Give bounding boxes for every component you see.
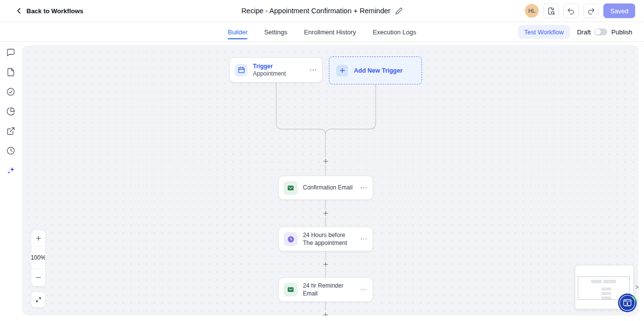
step-more-options-icon[interactable] — [361, 287, 367, 293]
fit-to-screen-button[interactable] — [31, 292, 46, 308]
add-step-button[interactable] — [322, 157, 329, 165]
close-icon — [635, 284, 639, 290]
workflow-canvas[interactable]: Trigger Appointment Add New Trigger Conf… — [22, 45, 639, 316]
step-title: Confirmation Email — [303, 184, 352, 191]
external-link-icon[interactable] — [6, 126, 16, 136]
plus-icon — [336, 65, 348, 77]
add-new-trigger-button[interactable]: Add New Trigger — [329, 56, 422, 84]
step-title: 24 hr Reminder Email — [303, 282, 355, 297]
email-icon — [284, 283, 297, 296]
launchpad-widget-button[interactable] — [618, 293, 637, 313]
history-icon[interactable] — [6, 146, 16, 156]
trigger-label: Trigger — [253, 63, 286, 70]
email-icon — [284, 181, 297, 195]
publish-toggle[interactable] — [594, 28, 607, 35]
trigger-name: Appointment — [253, 70, 286, 77]
trigger-more-options-icon[interactable] — [310, 67, 317, 73]
add-step-button[interactable] — [322, 311, 329, 316]
trigger-node[interactable]: Trigger Appointment — [229, 57, 322, 82]
add-step-button[interactable] — [322, 209, 329, 217]
step-node-confirmation-email[interactable]: Confirmation Email — [278, 176, 373, 200]
workflow-versions-button[interactable] — [543, 3, 559, 18]
add-step-button[interactable] — [322, 260, 329, 268]
step-title: 24 Hours before The appointment — [303, 231, 355, 247]
left-icon-rail — [0, 42, 22, 321]
add-new-trigger-label: Add New Trigger — [354, 67, 402, 74]
zoom-controls: 100% — [31, 230, 46, 287]
zoom-in-button[interactable] — [31, 230, 45, 246]
back-label: Back to Workflows — [26, 7, 83, 15]
back-to-workflows-button[interactable]: Back to Workflows — [16, 7, 83, 15]
tab-enrollment-history[interactable]: Enrollment History — [304, 22, 356, 42]
undo-icon — [567, 7, 575, 15]
minus-icon — [35, 274, 42, 281]
chevron-left-icon — [16, 7, 23, 14]
minimap-close-button[interactable] — [634, 284, 639, 291]
tab-execution-logs[interactable]: Execution Logs — [372, 22, 416, 42]
expand-icon — [35, 296, 42, 303]
pie-chart-icon[interactable] — [6, 107, 16, 116]
publish-label: Publish — [611, 28, 632, 36]
test-workflow-button[interactable]: Test Workflow — [518, 25, 570, 39]
tab-settings[interactable]: Settings — [264, 22, 287, 42]
draft-label: Draft — [577, 28, 591, 36]
edit-pencil-icon[interactable] — [396, 7, 403, 15]
tab-builder[interactable]: Builder — [228, 22, 248, 42]
redo-button[interactable] — [583, 3, 599, 18]
step-more-options-icon[interactable] — [361, 237, 367, 242]
ai-sparkles-icon[interactable] — [6, 165, 16, 175]
saved-button[interactable]: Saved — [603, 3, 635, 18]
redo-icon — [587, 7, 595, 15]
step-more-options-icon[interactable] — [361, 185, 367, 190]
document-sync-icon — [547, 7, 555, 15]
step-node-wait[interactable]: 24 Hours before The appointment — [278, 227, 373, 251]
toggle-knob — [595, 29, 601, 35]
zoom-out-button[interactable] — [31, 268, 45, 286]
comments-icon[interactable] — [6, 48, 16, 57]
undo-button[interactable] — [563, 3, 579, 18]
launchpad-rocket-icon — [618, 293, 637, 313]
file-icon[interactable] — [6, 67, 16, 77]
calendar-icon — [235, 64, 248, 77]
page-title: Recipe - Appointment Confirmation + Remi… — [241, 7, 390, 15]
step-node-reminder-email[interactable]: 24 hr Reminder Email — [278, 277, 373, 302]
wait-clock-icon — [284, 232, 297, 246]
avatar[interactable]: HL — [525, 4, 539, 18]
builder-main: Trigger Appointment Add New Trigger Conf… — [22, 42, 644, 321]
zoom-level[interactable]: 100% — [31, 246, 45, 268]
tab-bar: Builder Settings Enrollment History Exec… — [0, 22, 644, 42]
check-circle-icon[interactable] — [6, 87, 16, 97]
plus-icon — [35, 235, 42, 241]
app-header: Back to Workflows Recipe - Appointment C… — [0, 0, 644, 22]
